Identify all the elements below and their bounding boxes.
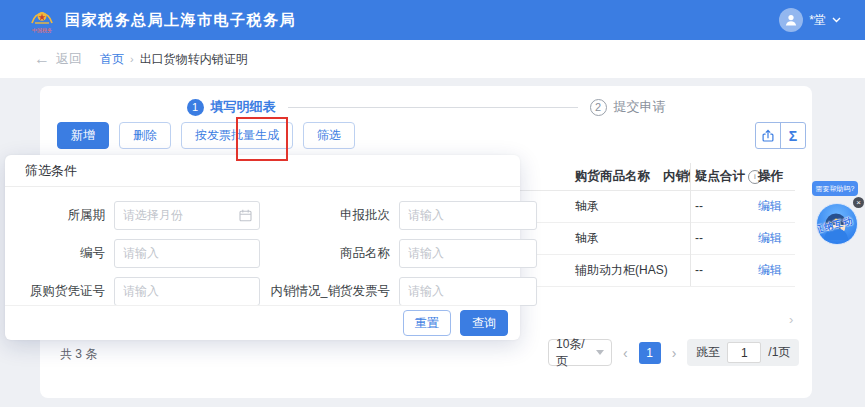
filter-form: 所属期 申报批次 编号 商品名称 bbox=[5, 187, 520, 310]
period-input[interactable] bbox=[114, 201, 260, 230]
sigma-icon: Σ bbox=[789, 129, 797, 143]
step-1-number: 1 bbox=[187, 99, 204, 116]
col-header-actions: 操作 bbox=[758, 163, 783, 190]
assistant-mascot-avatar[interactable]: 征纳互动 bbox=[816, 203, 858, 245]
annotation-highlight-box bbox=[236, 117, 288, 161]
site-title: 国家税务总局上海市电子税务局 bbox=[65, 11, 296, 30]
field-label-number: 编号 bbox=[11, 245, 114, 262]
assistant-widget: 需要帮助吗? × 征纳互动 bbox=[812, 181, 864, 251]
product-name-input[interactable] bbox=[399, 239, 537, 268]
filter-button[interactable]: 筛选 bbox=[303, 122, 355, 149]
assistant-tooltip: 需要帮助吗? bbox=[812, 181, 858, 196]
step-1-label: 填写明细表 bbox=[211, 98, 276, 116]
add-button[interactable]: 新增 bbox=[57, 122, 109, 149]
cell-doubt: -- bbox=[695, 190, 703, 222]
scroll-right-icon[interactable]: › bbox=[789, 312, 793, 327]
cell-product: 辅助动力柜(HAS) bbox=[575, 254, 668, 286]
edit-link[interactable]: 编辑 bbox=[758, 222, 782, 254]
field-label-voucher: 原购货凭证号 bbox=[11, 283, 114, 300]
edit-link[interactable]: 编辑 bbox=[758, 254, 782, 286]
user-menu[interactable]: *堂 bbox=[779, 8, 841, 32]
top-bar: 中国税务 国家税务总局上海市电子税务局 *堂 bbox=[0, 0, 865, 40]
pagination: 10条/页 ‹ 1 › 跳至 /1页 bbox=[548, 339, 799, 366]
col-header-domestic: 内销情 bbox=[663, 163, 691, 190]
cell-doubt: -- bbox=[695, 254, 703, 286]
back-button[interactable]: 返回 bbox=[56, 50, 82, 68]
delete-button[interactable]: 删除 bbox=[119, 122, 171, 149]
logo-caption: 中国税务 bbox=[32, 28, 52, 33]
field-label-batch: 申报批次 bbox=[268, 207, 399, 224]
chevron-down-icon bbox=[596, 350, 604, 355]
filter-row: 编号 商品名称 bbox=[11, 234, 520, 272]
brand: 中国税务 国家税务总局上海市电子税务局 bbox=[28, 4, 296, 36]
export-icon bbox=[761, 129, 775, 143]
breadcrumb-home[interactable]: 首页 bbox=[100, 51, 124, 68]
sales-invoice-input[interactable] bbox=[399, 277, 537, 306]
stepper-connector bbox=[288, 107, 578, 108]
cell-product: 轴承 bbox=[575, 222, 599, 254]
next-page-button[interactable]: › bbox=[670, 345, 679, 361]
user-icon bbox=[784, 13, 798, 27]
field-label-sales-invoice: 内销情况_销货发票号 bbox=[268, 283, 399, 300]
chevron-down-icon bbox=[832, 17, 841, 23]
total-count: 共 3 条 bbox=[60, 346, 97, 363]
number-input[interactable] bbox=[114, 239, 260, 268]
step-2: 2 提交申请 bbox=[590, 98, 666, 116]
user-avatar[interactable] bbox=[779, 8, 803, 32]
col-header-product: 购货商品名称 bbox=[575, 163, 650, 190]
query-button[interactable]: 查询 bbox=[460, 310, 508, 336]
fixed-column-divider bbox=[690, 163, 691, 286]
sum-button[interactable]: Σ bbox=[780, 123, 805, 148]
cell-product: 轴承 bbox=[575, 190, 599, 222]
back-arrow-icon[interactable]: ← bbox=[34, 51, 50, 67]
user-name: *堂 bbox=[809, 12, 826, 29]
voucher-input[interactable] bbox=[114, 277, 260, 306]
col-header-doubt: 疑点合计 i bbox=[695, 163, 762, 190]
table-tools: Σ bbox=[755, 122, 806, 149]
field-label-product-name: 商品名称 bbox=[268, 245, 399, 262]
batch-input[interactable] bbox=[399, 201, 537, 230]
current-page-button[interactable]: 1 bbox=[639, 342, 661, 364]
edit-link[interactable]: 编辑 bbox=[758, 190, 782, 222]
filter-dialog-footer: 重置 查询 bbox=[5, 305, 520, 340]
jump-page-input[interactable] bbox=[727, 342, 761, 363]
step-2-number: 2 bbox=[590, 99, 607, 116]
close-icon[interactable]: × bbox=[853, 197, 864, 208]
field-label-period: 所属期 bbox=[11, 207, 114, 224]
page-size-value: 10条/页 bbox=[556, 336, 596, 370]
filter-dialog: 筛选条件 所属期 申报批次 编号 bbox=[5, 155, 520, 340]
emblem-icon bbox=[30, 8, 54, 28]
stepper: 1 填写明细表 2 提交申请 bbox=[40, 98, 812, 116]
step-2-label: 提交申请 bbox=[614, 98, 666, 116]
step-1: 1 填写明细表 bbox=[187, 98, 276, 116]
toolbar: 新增 删除 按发票批量生成 筛选 bbox=[57, 122, 355, 149]
total-pages: /1页 bbox=[768, 344, 790, 361]
breadcrumb: ← 返回 首页 › 出口货物转内销证明 bbox=[0, 40, 865, 78]
filter-row: 所属期 申报批次 bbox=[11, 196, 520, 234]
breadcrumb-separator: › bbox=[130, 53, 134, 65]
breadcrumb-current: 出口货物转内销证明 bbox=[140, 51, 248, 68]
page-size-select[interactable]: 10条/页 bbox=[548, 339, 612, 366]
page-jump: 跳至 /1页 bbox=[687, 339, 799, 366]
cell-doubt: -- bbox=[695, 222, 703, 254]
mascot-icon bbox=[817, 204, 855, 242]
prev-page-button[interactable]: ‹ bbox=[621, 345, 630, 361]
jump-label: 跳至 bbox=[696, 344, 720, 361]
tax-emblem-logo: 中国税务 bbox=[28, 4, 56, 36]
export-button[interactable] bbox=[756, 123, 780, 148]
reset-button[interactable]: 重置 bbox=[403, 310, 451, 336]
page: 中国税务 国家税务总局上海市电子税务局 *堂 ← 返回 首页 › 出口货物转内销… bbox=[0, 0, 865, 407]
